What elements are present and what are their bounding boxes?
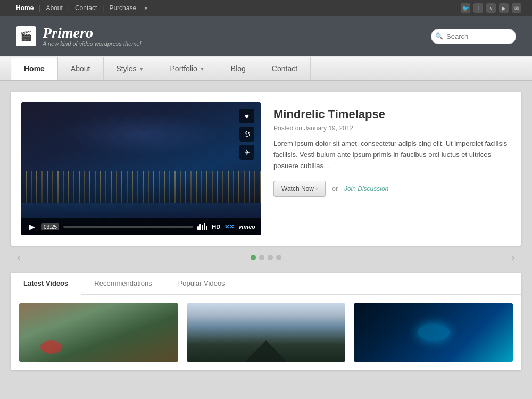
topnav-purchase[interactable]: Purchase	[104, 4, 142, 12]
nav-blog[interactable]: Blog	[218, 57, 259, 80]
logo-area: 🎬 Primero A new kind of video wordpress …	[16, 26, 141, 47]
top-bar: Home | About | Contact | Purchase ▼ 🐦 f …	[0, 0, 532, 16]
logo-subtitle: A new kind of video wordpress theme!	[43, 40, 141, 47]
post-actions: Watch Now › or Join Discussion	[273, 181, 511, 197]
progress-bar[interactable]	[63, 226, 193, 228]
like-btn[interactable]: ♥	[239, 109, 254, 123]
post-title: Mindrelic Timelapse	[273, 107, 511, 121]
video-controls: ▶ 03:25 HD ✕	[21, 218, 261, 235]
site-header: 🎬 Primero A new kind of video wordpress …	[0, 16, 532, 56]
video-time: 03:25	[41, 223, 59, 230]
logo-title: Primero	[43, 26, 141, 40]
video-thumb-bike[interactable]	[19, 303, 178, 362]
audio-bars	[197, 223, 207, 230]
nav-contact[interactable]: Contact	[259, 57, 311, 80]
topnav-contact[interactable]: Contact	[70, 4, 102, 12]
xx-separator: ✕✕	[225, 223, 234, 230]
video-player[interactable]: ♥ ⏱ ✈ ▶ 03:25	[21, 102, 261, 235]
purchase-arrow: ▼	[143, 5, 148, 11]
bar-4	[204, 223, 205, 230]
dot-3[interactable]	[268, 255, 273, 260]
carousel-next[interactable]: ›	[507, 251, 519, 263]
carousel-navigation: ‹ ›	[11, 251, 521, 263]
dot-1[interactable]	[251, 255, 256, 260]
watch-now-button[interactable]: Watch Now ›	[273, 181, 326, 197]
topnav-purchase-wrap: Purchase ▼	[104, 4, 148, 12]
logo-icon: 🎬	[16, 26, 36, 46]
main-content: ♥ ⏱ ✈ ▶ 03:25	[0, 81, 532, 381]
share-btn[interactable]: ✈	[239, 145, 254, 160]
sky-glow	[61, 113, 221, 155]
social-icons: 🐦 f v ▶ ✉	[461, 3, 521, 13]
youtube-icon[interactable]: ▶	[499, 3, 509, 13]
tab-bar: Latest Videos Recommendations Popular Vi…	[11, 273, 521, 295]
tab-latest-videos[interactable]: Latest Videos	[11, 273, 81, 295]
video-grid	[11, 295, 521, 370]
post-excerpt: Lorem ipsum dolor sit amet, consectetur …	[273, 138, 511, 171]
tab-popular-videos[interactable]: Popular Videos	[165, 273, 238, 294]
or-text: or	[332, 185, 338, 193]
video-thumb-car[interactable]	[354, 303, 513, 362]
post-date: Posted on January 19, 2012	[273, 124, 511, 132]
watch-later-btn[interactable]: ⏱	[239, 127, 254, 142]
hd-text: HD	[212, 223, 220, 230]
video-tabs-section: Latest Videos Recommendations Popular Vi…	[11, 273, 521, 370]
nav-styles[interactable]: Styles ▼	[104, 57, 157, 80]
twitter-icon[interactable]: 🐦	[461, 3, 470, 13]
portfolio-arrow: ▼	[200, 66, 205, 72]
bar-5	[206, 226, 207, 230]
nav-home[interactable]: Home	[11, 57, 58, 80]
main-navigation: Home About Styles ▼ Portfolio ▼ Blog Con…	[0, 56, 532, 81]
play-button[interactable]: ▶	[27, 221, 37, 232]
video-wrap: ♥ ⏱ ✈ ▶ 03:25	[21, 102, 261, 235]
bar-3	[202, 225, 203, 230]
nav-portfolio[interactable]: Portfolio ▼	[157, 57, 218, 80]
email-icon[interactable]: ✉	[512, 3, 521, 13]
top-navigation: Home | About | Contact | Purchase ▼	[11, 4, 148, 12]
topnav-home[interactable]: Home	[11, 4, 39, 12]
carousel-prev[interactable]: ‹	[13, 251, 25, 263]
post-info: Mindrelic Timelapse Posted on January 19…	[273, 102, 511, 197]
action-icons: ♥ ⏱ ✈	[239, 109, 254, 160]
topnav-about[interactable]: About	[40, 4, 68, 12]
vimeo-icon[interactable]: v	[486, 3, 496, 13]
dot-2[interactable]	[259, 255, 264, 260]
video-thumb-mountain[interactable]	[187, 303, 346, 362]
nav-about[interactable]: About	[58, 57, 104, 80]
facebook-icon[interactable]: f	[473, 3, 483, 13]
hd-indicator	[197, 223, 207, 230]
vimeo-brand: vimeo	[238, 223, 255, 230]
carousel-dots	[251, 255, 281, 260]
styles-arrow: ▼	[139, 66, 144, 72]
dot-4[interactable]	[276, 255, 281, 260]
logo-text: Primero A new kind of video wordpress th…	[43, 26, 141, 47]
search-box: 🔍	[431, 29, 516, 44]
bar-2	[200, 224, 201, 230]
join-discussion-link[interactable]: Join Discussion	[344, 185, 388, 193]
search-input[interactable]	[431, 29, 516, 44]
bar-1	[197, 226, 199, 230]
search-icon: 🔍	[435, 32, 443, 40]
featured-card: ♥ ⏱ ✈ ▶ 03:25	[11, 92, 521, 246]
tab-recommendations[interactable]: Recommendations	[81, 273, 165, 294]
